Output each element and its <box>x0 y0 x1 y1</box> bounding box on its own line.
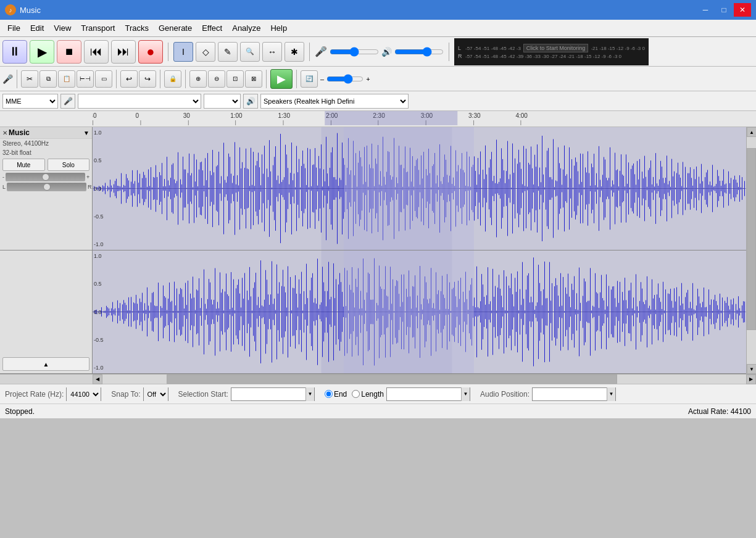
sync-button[interactable]: 🔄 <box>301 70 318 88</box>
skip-start-button[interactable]: ⏮ <box>84 40 109 64</box>
track-dropdown-button[interactable]: ▼ <box>83 130 89 136</box>
draw-tool[interactable]: ✎ <box>218 42 238 62</box>
cut-button[interactable]: ✂ <box>21 70 38 88</box>
selection-start-label: Selection Start: <box>178 390 228 399</box>
multitool[interactable]: ✱ <box>285 42 304 62</box>
separator-1 <box>168 43 168 61</box>
track-close-button[interactable]: ✕ <box>2 130 7 136</box>
mute-button[interactable]: Mute <box>2 159 45 171</box>
selection-end-input[interactable]: 00 h 01 m 35.990 s <box>387 390 461 398</box>
window-controls: ─ □ ✕ <box>697 3 751 17</box>
selection-start-section: Selection Start: 00 h 00 m 58.716 s ▼ <box>178 387 315 401</box>
sep-edit-4 <box>185 70 186 88</box>
trim-button[interactable]: ⊢⊣ <box>77 70 94 88</box>
end-length-section: End Length 00 h 01 m 35.990 s ▼ <box>325 387 470 401</box>
h-scroll-track[interactable] <box>102 375 746 384</box>
zoom-fit-button[interactable]: ⊡ <box>226 70 244 88</box>
mic-icon: 🎤 <box>315 46 327 57</box>
green-play-button[interactable]: ▶ <box>270 69 293 89</box>
h-scroll-left[interactable]: ◀ <box>93 375 102 384</box>
menu-edit[interactable]: Edit <box>25 21 49 35</box>
zoom-in-button[interactable]: ⊕ <box>189 70 207 88</box>
undo-button[interactable]: ↩ <box>120 70 138 88</box>
solo-button[interactable]: Solo <box>48 159 90 171</box>
waveform-canvas-lower <box>93 250 746 373</box>
vertical-scrollbar[interactable]: ▲ ▼ <box>746 127 756 374</box>
maximize-button[interactable]: □ <box>715 3 733 17</box>
audio-pos-input[interactable]: 00 h 00 m 00.000 s <box>533 390 607 398</box>
audio-pos-arrow[interactable]: ▼ <box>607 387 615 401</box>
status-bar: Project Rate (Hz): 44100 Snap To: Off Se… <box>0 384 756 404</box>
timeshift-tool[interactable]: ↔ <box>262 42 282 62</box>
output-gain-slider[interactable] <box>394 48 444 56</box>
end-radio[interactable] <box>325 390 333 398</box>
pan-slider[interactable] <box>7 183 86 191</box>
paste-button[interactable]: 📋 <box>58 70 75 88</box>
vu-r-scale-top: -21 -18 -15 -12 -9 -6 -3 0 <box>591 46 645 51</box>
vu-r-scale: -57 -54 -51 -48 -45 -42 -39 -36 -33 -30 … <box>465 54 621 59</box>
horizontal-scrollbar[interactable]: ◀ ▶ <box>0 374 756 384</box>
track-info-2: 32-bit float <box>0 148 92 157</box>
mic-gain-slider[interactable] <box>330 48 379 56</box>
v-scroll-track[interactable] <box>747 137 756 364</box>
waveform-upper[interactable]: 1.0 0.5 0.0 -0.5 -1.0 <box>93 127 746 250</box>
length-radio[interactable] <box>352 390 360 398</box>
vu-monitor-button[interactable]: Click to Start Monitoring <box>523 44 589 52</box>
timeline-ruler <box>0 111 756 127</box>
audio-pos-section: Audio Position: 00 h 00 m 00.000 s ▼ <box>480 387 616 401</box>
h-scroll-right[interactable]: ▶ <box>746 375 756 384</box>
track-lower: ▲ 1.0 0.5 0.0 -0.5 -1.0 <box>0 250 746 374</box>
track-btn-row: Mute Solo <box>0 157 92 172</box>
gain-plus-label: + <box>86 174 89 180</box>
menu-tracks[interactable]: Tracks <box>120 21 154 35</box>
snap-to-label: Snap To: <box>111 390 140 399</box>
zoom-sel-button[interactable]: ⊠ <box>245 70 262 88</box>
track-pan-row: L R <box>0 182 92 192</box>
v-scroll-thumb[interactable] <box>747 148 756 329</box>
edit-toolbar: 🎤 ✂ ⧉ 📋 ⊢⊣ ▭ ↩ ↪ 🔒 ⊕ ⊖ ⊡ ⊠ ▶ 🔄 – + <box>0 67 756 91</box>
record-button[interactable]: ● <box>138 40 163 64</box>
gain-slider[interactable] <box>6 173 85 181</box>
loop-slider[interactable] <box>326 75 363 83</box>
play-button[interactable]: ▶ <box>30 40 54 64</box>
selection-start-arrow[interactable]: ▼ <box>305 387 314 401</box>
menu-transport[interactable]: Transport <box>76 21 120 35</box>
menu-effect[interactable]: Effect <box>197 21 227 35</box>
pause-button[interactable]: ⏸ <box>2 40 27 64</box>
waveform-lower[interactable]: 1.0 0.5 0.0 -0.5 -1.0 <box>93 250 746 373</box>
window-title: Music <box>20 6 41 15</box>
h-scroll-thumb[interactable] <box>167 375 617 384</box>
menu-generate[interactable]: Generate <box>154 21 197 35</box>
sync-lock-button[interactable]: 🔒 <box>164 70 181 88</box>
selection-end-arrow[interactable]: ▼ <box>461 387 470 401</box>
menu-view[interactable]: View <box>49 21 76 35</box>
selection-start-input[interactable]: 00 h 00 m 58.716 s <box>231 390 305 398</box>
stop-button[interactable]: ■ <box>57 40 81 64</box>
input-channels-select[interactable] <box>204 94 241 109</box>
separator-3 <box>449 43 449 61</box>
snap-to-select[interactable]: Off <box>144 387 168 401</box>
project-rate-select[interactable]: 44100 <box>67 387 101 401</box>
pan-l-label: L <box>2 184 6 190</box>
menu-analyze[interactable]: Analyze <box>227 21 265 35</box>
redo-button[interactable]: ↪ <box>139 70 156 88</box>
input-device-select[interactable] <box>78 94 201 109</box>
length-radio-label[interactable]: Length <box>352 390 384 399</box>
minimize-button[interactable]: ─ <box>697 3 714 17</box>
zoom-tool[interactable]: 🔍 <box>240 42 260 62</box>
copy-button[interactable]: ⧉ <box>39 70 57 88</box>
v-scroll-down[interactable]: ▼ <box>747 364 756 374</box>
envelope-tool[interactable]: ◇ <box>196 42 215 62</box>
zoom-out-button[interactable]: ⊖ <box>208 70 225 88</box>
menu-help[interactable]: Help <box>265 21 292 35</box>
menu-file[interactable]: File <box>2 21 25 35</box>
audio-host-select[interactable]: MME <box>2 94 58 109</box>
v-scroll-up[interactable]: ▲ <box>747 127 756 137</box>
end-radio-label[interactable]: End <box>325 390 347 399</box>
collapse-button[interactable]: ▲ <box>2 357 89 371</box>
output-device-select[interactable]: Speakers (Realtek High Defini <box>260 94 409 109</box>
close-button[interactable]: ✕ <box>734 3 751 17</box>
selection-tool[interactable]: I <box>173 42 193 62</box>
silence-button[interactable]: ▭ <box>95 70 112 88</box>
skip-end-button[interactable]: ⏭ <box>111 40 136 64</box>
